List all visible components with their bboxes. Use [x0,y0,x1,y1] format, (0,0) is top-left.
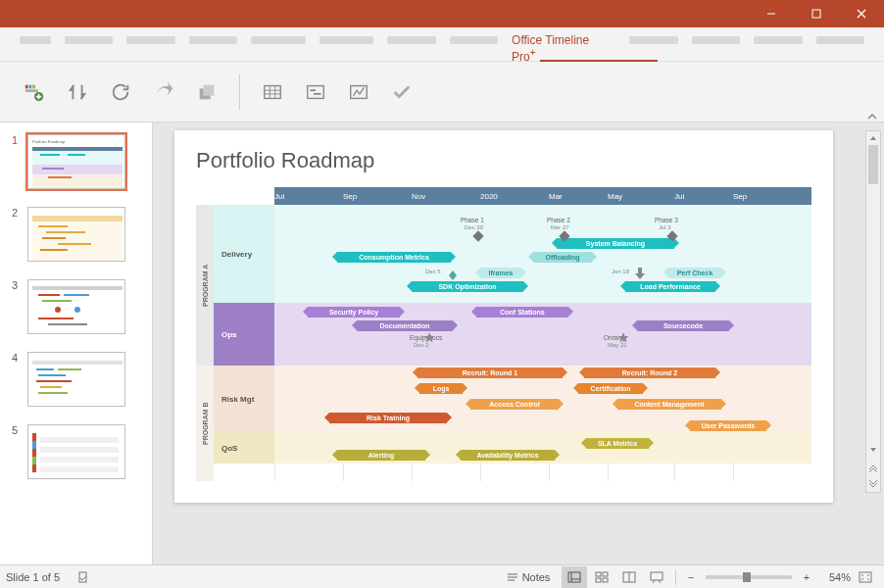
slide-preview [27,207,125,262]
slide-thumbnail[interactable]: 4 [0,348,152,420]
time-tick: May [608,187,622,205]
task-bar[interactable]: Iframes [480,268,521,278]
ribbon-tab-placeholder[interactable] [754,36,803,44]
task-bar[interactable]: SLA Metrics [586,438,649,449]
separator [239,74,240,110]
ribbon-tab-placeholder[interactable] [816,36,865,44]
task-bar[interactable]: Logs [419,383,463,394]
zoom-slider-thumb[interactable] [743,572,751,582]
task-bar[interactable]: Recruit: Round 2 [584,368,715,378]
ribbon-tab-placeholder[interactable] [189,36,238,44]
milestone-marker-icon[interactable] [449,267,457,284]
sorter-view-button[interactable] [589,566,614,588]
style-button[interactable] [299,74,332,110]
milestone-date: Jul 3 [659,224,671,230]
zoom-slider[interactable] [706,575,792,579]
prev-slide-icon[interactable] [866,461,880,474]
normal-view-button[interactable] [562,566,587,588]
notes-button[interactable]: Notes [497,566,560,588]
time-tick: Jul [274,187,284,205]
scroll-down-icon[interactable] [866,443,880,457]
reading-view-button[interactable] [616,566,642,588]
slide-thumbnail[interactable]: 1 Portfolio Roadmap [0,130,152,203]
task-bar[interactable]: Recruit: Round 1 [417,368,563,378]
task-bar[interactable]: Content Management [617,399,721,410]
task-bar[interactable]: Risk Training [329,413,447,423]
svg-rect-75 [859,572,871,582]
ribbon-tab-placeholder[interactable] [251,36,305,44]
copy-button[interactable] [190,74,223,110]
task-bar[interactable]: Availability Metrics [461,450,555,461]
time-tick: Sep [343,187,357,205]
maximize-button[interactable] [794,0,839,27]
svg-rect-30 [32,216,123,221]
spell-check-icon[interactable] [72,566,97,588]
slide-thumbnail[interactable]: 5 [0,420,152,493]
ribbon-tab-placeholder[interactable] [629,36,678,44]
ribbon-tab-placeholder[interactable] [126,36,175,44]
ribbon-tab-placeholder[interactable] [387,36,436,44]
milestone-star-icon[interactable] [423,330,435,348]
slide-thumbnail[interactable]: 3 [0,275,152,348]
slide-thumbnail[interactable]: 2 [0,203,152,275]
wizard-button[interactable] [342,74,375,110]
close-button[interactable] [839,0,884,27]
task-bar[interactable]: Sourcecode [637,320,729,331]
svg-rect-38 [38,294,60,296]
slide-preview: Portfolio Roadmap [27,134,125,189]
ribbon-tab-placeholder[interactable] [319,36,373,44]
task-bar[interactable]: System Balancing [557,238,674,249]
svg-rect-53 [32,441,36,449]
svg-rect-35 [58,243,91,245]
ribbon-tab-placeholder[interactable] [20,36,51,44]
next-slide-icon[interactable] [866,478,880,492]
svg-rect-68 [596,578,601,582]
scroll-up-icon[interactable] [866,131,880,145]
milestone-star-icon[interactable] [617,330,629,348]
swimlane-label: Delivery [214,205,274,303]
roadmap-chart[interactable]: JulSepNov2020MarMayJulSepPROGRAM APROGRA… [196,187,811,481]
zoom-in-button[interactable]: + [798,566,815,588]
data-grid-button[interactable] [256,74,289,110]
slide-thumbnail-panel: 1 Portfolio Roadmap 2 3 4 5 [0,122,153,564]
ribbon-tab-placeholder[interactable] [692,36,741,44]
accept-button[interactable] [385,74,418,110]
task-bar[interactable]: Conf Stations [476,307,568,318]
slide-editor-area[interactable]: Portfolio Roadmap JulSepNov2020MarMayJul… [153,122,884,564]
swimlane-label: Ops [214,303,274,366]
vertical-scrollbar[interactable] [865,130,881,493]
slide-canvas[interactable]: Portfolio Roadmap JulSepNov2020MarMayJul… [174,130,833,503]
sync-button[interactable] [61,74,94,110]
slide-preview [27,424,125,479]
svg-rect-50 [40,386,62,388]
svg-rect-25 [32,182,123,188]
share-button[interactable] [147,74,180,110]
fit-window-button[interactable] [853,566,878,588]
ribbon-tab-placeholder[interactable] [450,36,499,44]
task-bar[interactable]: SDK Optimization [412,281,523,292]
ribbon-tab-placeholder[interactable] [65,36,114,44]
task-bar[interactable]: User Passwords [690,420,766,431]
statusbar: Slide 1 of 5 Notes − + 54% [0,564,884,588]
task-bar[interactable]: Security Policy [308,307,400,318]
svg-rect-58 [40,466,119,472]
svg-rect-67 [603,572,608,576]
task-bar[interactable]: Certification [578,383,643,394]
new-timeline-button[interactable] [18,74,51,110]
svg-rect-18 [314,92,320,94]
refresh-button[interactable] [104,74,137,110]
zoom-out-button[interactable]: − [682,566,700,588]
slideshow-button[interactable] [644,566,669,588]
milestone-arrow-icon[interactable] [635,266,645,283]
task-bar[interactable]: Perf Check [668,268,721,278]
task-bar[interactable]: Consumption Metrics [337,252,451,263]
task-bar[interactable]: Access Control [470,399,559,410]
task-bar[interactable]: Documentation [357,320,453,331]
slide-number: 4 [10,352,20,364]
minimize-button[interactable] [749,0,794,27]
slide-title[interactable]: Portfolio Roadmap [174,130,833,183]
task-bar[interactable]: Alerting [337,450,425,461]
scroll-thumb[interactable] [868,145,878,184]
task-bar[interactable]: Offloading [533,252,592,263]
svg-rect-33 [46,231,85,233]
